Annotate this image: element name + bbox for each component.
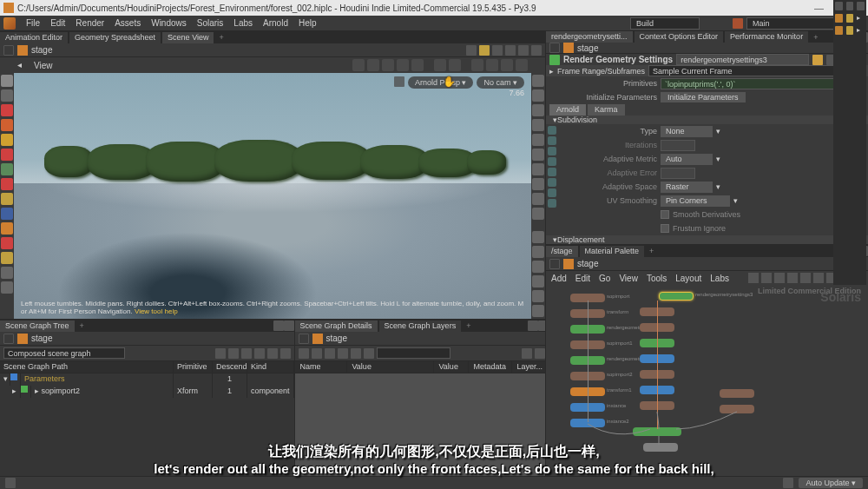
dtool-2[interactable]	[312, 348, 322, 359]
rtool-3-icon[interactable]	[532, 104, 544, 116]
vp-opt-1-icon[interactable]	[466, 45, 477, 56]
iter-field[interactable]	[661, 140, 695, 151]
tab-context-options[interactable]: Context Options Editor	[635, 31, 724, 43]
status-icon-2[interactable]	[783, 478, 793, 488]
pin-icon[interactable]	[3, 45, 14, 56]
type-dropdown[interactable]: None	[661, 126, 713, 137]
tab-karma[interactable]: Karma	[588, 104, 625, 116]
vp-tool-10[interactable]	[501, 59, 513, 71]
ng-tool-2[interactable]	[761, 273, 772, 283]
ramp-8-icon[interactable]	[548, 199, 556, 208]
tree-col-desc[interactable]: Descend	[213, 361, 247, 373]
tool-14-icon[interactable]	[1, 267, 13, 279]
menu-assets[interactable]: Assets	[109, 18, 146, 28]
displacement-section[interactable]: ▾ Displacement	[546, 235, 868, 244]
dtool-5[interactable]	[351, 348, 361, 359]
details-col-layer[interactable]: Layer...	[512, 361, 549, 373]
vp-maximize-icon[interactable]	[531, 45, 542, 56]
ramp-4-icon[interactable]	[548, 157, 556, 166]
tree-max-icon[interactable]	[284, 320, 294, 331]
tab-animation-editor[interactable]: Animation Editor	[0, 32, 68, 43]
tree-tool-5[interactable]	[267, 348, 278, 359]
rtool-8-icon[interactable]	[532, 178, 544, 190]
tool-3-icon[interactable]	[1, 104, 13, 116]
frame-range-dropdown[interactable]: Sample Current Frame	[648, 65, 857, 76]
smooth-checkbox[interactable]	[661, 210, 669, 219]
vp-tool-8[interactable]	[471, 59, 483, 71]
menu-render[interactable]: Render	[70, 18, 109, 28]
tool-4-icon[interactable]	[1, 119, 13, 131]
tool-5-icon[interactable]	[1, 134, 13, 146]
rtool-4-icon[interactable]	[532, 119, 544, 131]
nodegraph-canvas[interactable]: Limited Commercial Edition Solaris sopim…	[546, 285, 868, 489]
tree-tool-4[interactable]	[254, 348, 265, 359]
ng-tool-6[interactable]	[813, 273, 824, 283]
details-help-icon[interactable]	[528, 320, 538, 331]
menu-windows[interactable]: Windows	[146, 18, 192, 28]
menu-solaris[interactable]: Solaris	[192, 18, 229, 28]
dtool-7[interactable]	[522, 348, 532, 359]
rtool-2-icon[interactable]	[532, 89, 544, 102]
tree-tab-add[interactable]: +	[76, 321, 88, 330]
tool-13-icon[interactable]	[1, 252, 13, 264]
vp-help-icon[interactable]	[518, 45, 529, 56]
tree-path[interactable]: stage	[31, 334, 52, 343]
menu-labs[interactable]: Labs	[228, 18, 258, 28]
details-search[interactable]	[377, 347, 451, 359]
tab-scene-graph-layers[interactable]: Scene Graph Layers	[379, 320, 462, 332]
primitives-field[interactable]: `lopinputprims('.', 0)`	[661, 78, 843, 89]
details-col-name[interactable]: Name	[295, 361, 347, 373]
ng-menu-add[interactable]: Add	[551, 274, 567, 283]
rtool-5-icon[interactable]	[532, 134, 544, 146]
rtool-15-icon[interactable]	[532, 290, 544, 302]
rtool-1-icon[interactable]	[532, 75, 544, 87]
rtool-13-icon[interactable]	[532, 261, 544, 273]
rtool-14-icon[interactable]	[532, 275, 544, 287]
tree-col-kind[interactable]: Kind	[247, 361, 294, 373]
tool-10-icon[interactable]	[1, 208, 13, 220]
details-tab-add[interactable]: +	[463, 321, 474, 330]
node-selected[interactable]	[659, 292, 694, 301]
rtool-7-icon[interactable]	[532, 163, 544, 175]
tree-help-icon[interactable]	[273, 320, 284, 331]
rtool-11-icon[interactable]	[532, 231, 544, 243]
auto-update-button[interactable]: Auto Update ▾	[799, 478, 863, 488]
tab-scene-view[interactable]: Scene View	[162, 32, 214, 43]
ramp-3-icon[interactable]	[548, 147, 556, 155]
ng-menu-tools[interactable]: Tools	[647, 274, 667, 283]
rtool-9-icon[interactable]	[532, 193, 544, 205]
vp-tool-6[interactable]	[434, 59, 446, 71]
dtool-1[interactable]	[299, 348, 309, 359]
ramp-7-icon[interactable]	[548, 188, 556, 197]
tool-6-icon[interactable]	[1, 149, 13, 161]
rtool-12-icon[interactable]	[532, 246, 544, 258]
ng-tab-add[interactable]: +	[646, 247, 657, 255]
frustum-checkbox[interactable]	[661, 224, 669, 233]
tab-rendergeosettings[interactable]: rendergeometrysetti...	[546, 31, 633, 43]
dtool-6[interactable]	[364, 348, 374, 359]
viewer-path[interactable]: stage	[31, 45, 52, 55]
tab-scene-graph-tree[interactable]: Scene Graph Tree	[0, 320, 75, 332]
vp-tool-9[interactable]	[486, 59, 498, 71]
details-col-value[interactable]: Value	[347, 361, 434, 373]
tree-col-path[interactable]: Scene Graph Path	[0, 361, 174, 373]
dtool-4[interactable]	[338, 348, 348, 359]
tool-12-icon[interactable]	[1, 237, 13, 249]
ng-tool-1[interactable]	[748, 273, 759, 283]
ng-menu-labs[interactable]: Labs	[710, 274, 729, 283]
ng-path[interactable]: stage	[577, 259, 598, 268]
node[interactable]	[643, 443, 678, 452]
tool-7-icon[interactable]	[1, 163, 13, 175]
status-icon-1[interactable]	[5, 478, 16, 488]
tab-material-palette[interactable]: Material Palette	[580, 246, 645, 257]
vp-render-icon[interactable]	[394, 76, 404, 87]
tree-tool-1[interactable]	[215, 348, 226, 359]
node[interactable]	[720, 405, 754, 413]
details-col-meta[interactable]: Metadata	[469, 361, 512, 373]
tree-tool-2[interactable]	[228, 348, 239, 359]
vp-tool-11[interactable]	[516, 59, 528, 71]
vp-opt-2-icon[interactable]	[479, 45, 490, 56]
metric-dropdown[interactable]: Auto	[661, 154, 713, 165]
error-field[interactable]	[661, 168, 695, 179]
tool-15-icon[interactable]	[1, 281, 13, 294]
